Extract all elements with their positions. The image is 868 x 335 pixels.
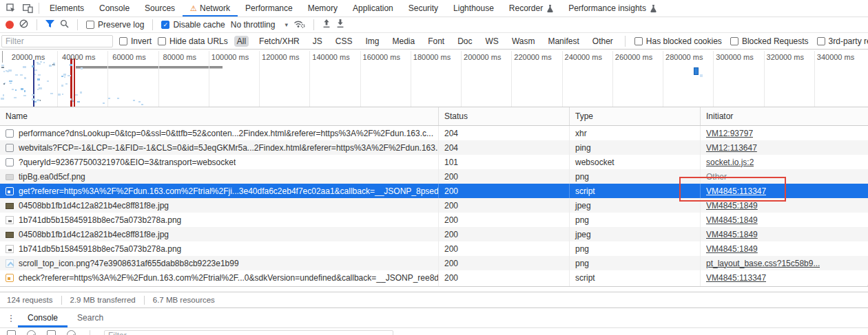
filter-type-ws[interactable]: WS [483, 36, 502, 47]
initiator-link[interactable]: socket.io.js:2 [706, 158, 754, 167]
search-icon[interactable] [60, 19, 69, 30]
table-row[interactable]: 04508bb1fb1d4c12a821b4ec8ff81f8e.jpg200j… [0, 198, 868, 213]
hide-data-urls-checkbox[interactable]: Hide data URLs [158, 36, 228, 46]
initiator-link[interactable]: VM4845:1849 [706, 244, 758, 254]
table-row[interactable]: scroll_top_icon.png?47e3908631af655dab8b… [0, 256, 868, 270]
filter-type-fetch-xhr[interactable]: Fetch/XHR [256, 36, 302, 47]
request-mark [1, 67, 4, 68]
initiator-link[interactable]: VM4845:1849 [706, 201, 758, 210]
tab-console[interactable]: Console [92, 0, 137, 17]
tab-memory[interactable]: Memory [300, 0, 345, 17]
table-row[interactable]: 1b741db5b15845918b8ec75a073b278a.png200p… [0, 213, 868, 227]
initiator-link[interactable]: VM4845:1849 [706, 215, 758, 225]
panel-resizer[interactable] [0, 287, 868, 292]
filter-funnel-icon[interactable] [45, 20, 54, 30]
checkbox-unchecked [119, 37, 127, 45]
network-conditions-icon[interactable] [293, 19, 305, 30]
table-row[interactable]: performance?dnsLookup=0&tcp=0&ssl=0&ttfb… [0, 126, 868, 140]
request-mark [37, 78, 40, 80]
request-type: script [570, 270, 701, 285]
network-overview[interactable]: 20000 ms40000 ms60000 ms80000 ms100000 m… [0, 50, 868, 107]
tab-elements[interactable]: Elements [42, 0, 92, 17]
filter-type-other[interactable]: Other [590, 36, 616, 47]
console-context-selector-icon[interactable] [47, 330, 56, 335]
network-filter-bar: Invert Hide data URLs AllFetch/XHRJSCSSI… [0, 33, 868, 50]
request-name-cell: webvitals?FCP=-1&LCP=-1&FID=-1&CLS=0&id=… [0, 140, 439, 155]
filter-type-js[interactable]: JS [310, 36, 325, 47]
table-row[interactable]: 1b741db5b15845918b8ec75a073b278a.png200p… [0, 241, 868, 256]
import-har-icon[interactable] [322, 19, 331, 30]
initiator-link[interactable]: VM12:93797 [706, 129, 753, 138]
record-network-log-icon[interactable] [6, 21, 14, 29]
column-header-type[interactable]: Type [570, 107, 701, 125]
tab-security[interactable]: Security [401, 0, 446, 17]
filter-type-wasm[interactable]: Wasm [509, 36, 538, 47]
tab-label: Elements [50, 3, 84, 13]
filter-type-doc[interactable]: Doc [455, 36, 475, 47]
disable-cache-checkbox[interactable]: ✓ Disable cache [161, 20, 225, 30]
request-type: png [570, 256, 701, 270]
tab-performance[interactable]: Performance [238, 0, 300, 17]
export-har-icon[interactable] [336, 19, 344, 30]
console-settings-icon[interactable] [67, 330, 76, 335]
initiator-link[interactable]: pt_layout_base.css?15c58b9... [706, 259, 820, 268]
throttling-dropdown[interactable]: No throttling ▾ [231, 20, 288, 30]
ruler-label: 240000 ms [565, 53, 602, 61]
table-row[interactable]: check?referer=https%3A%2F%2Fdun.163.com%… [0, 270, 868, 285]
table-row[interactable]: webvitals?FCP=-1&LCP=-1&FID=-1&CLS=0&id=… [0, 140, 868, 155]
request-status: 200 [439, 198, 570, 213]
request-name-cell: 04508bb1fb1d4c12a821b4ec8ff81f8e.jpg [0, 227, 439, 241]
initiator-link[interactable]: VM4845:113347 [706, 273, 766, 283]
clear-network-log-icon[interactable] [19, 19, 28, 30]
initiator-link[interactable]: VM4845:113347 [706, 186, 766, 196]
request-mark [103, 102, 105, 104]
console-filter-input[interactable]: Filter [104, 330, 393, 335]
request-name: tipBg.ea0d5cf.png [19, 172, 85, 182]
tab-application[interactable]: Application [345, 0, 401, 17]
request-type: jpeg [570, 227, 701, 241]
timeline-gridline [663, 51, 663, 107]
initiator-link[interactable]: VM12:113647 [706, 143, 757, 153]
has-blocked-cookies-checkbox[interactable]: Has blocked cookies [634, 36, 722, 46]
kebab-menu-icon[interactable]: ⋮ [4, 313, 18, 323]
clear-console-icon[interactable] [27, 330, 36, 335]
column-header-initiator[interactable]: Initiator [701, 107, 868, 125]
tab-network[interactable]: ⚠Network [183, 0, 238, 17]
filter-type-manifest[interactable]: Manifest [545, 36, 581, 47]
filter-type-img[interactable]: Img [362, 36, 382, 47]
tab-performance-insights[interactable]: Performance insights [561, 0, 664, 17]
request-mark [37, 63, 41, 65]
filter-type-css[interactable]: CSS [333, 36, 355, 47]
initiator-link[interactable]: VM4845:1849 [706, 230, 758, 239]
console-sidebar-icon[interactable] [7, 330, 16, 335]
column-header-name[interactable]: Name [0, 107, 439, 125]
3rd-party-requests-checkbox[interactable]: 3rd-party requests [817, 36, 868, 46]
device-toolbar-icon[interactable] [19, 0, 36, 17]
table-row[interactable]: ?queryId=923677500321970&EIO=3&transport… [0, 155, 868, 169]
table-row[interactable]: 04508bb1fb1d4c12a821b4ec8ff81f8e.jpg200j… [0, 227, 868, 241]
preserve-log-checkbox[interactable]: Preserve log [86, 20, 144, 30]
request-mark [108, 98, 110, 99]
request-mark [14, 97, 17, 98]
drawer-tab-console[interactable]: Console [18, 308, 68, 327]
table-row[interactable]: get?referer=https%3A%2F%2Fdun.163.com%2F… [0, 184, 868, 198]
filter-input[interactable] [1, 35, 113, 47]
drawer-tab-search[interactable]: Search [68, 308, 113, 327]
invert-checkbox[interactable]: Invert [119, 36, 152, 46]
filter-type-font[interactable]: Font [425, 36, 447, 47]
request-mark [32, 94, 35, 96]
inspect-icon[interactable] [3, 0, 19, 17]
tab-sources[interactable]: Sources [137, 0, 183, 17]
column-header-status[interactable]: Status [439, 107, 570, 125]
disable-cache-label: Disable cache [173, 20, 225, 30]
image-file-icon [6, 216, 14, 224]
tab-lighthouse[interactable]: Lighthouse [446, 0, 502, 17]
request-name: performance?dnsLookup=0&tcp=0&ssl=0&ttfb… [19, 129, 433, 138]
filter-type-media[interactable]: Media [389, 36, 417, 47]
request-mark [21, 88, 23, 90]
tab-recorder[interactable]: Recorder [502, 0, 561, 17]
blocked-requests-checkbox[interactable]: Blocked Requests [730, 36, 809, 46]
table-row[interactable]: tipBg.ea0d5cf.png200pngOther [0, 169, 868, 184]
filter-type-all[interactable]: All [234, 36, 249, 47]
request-name-cell: 04508bb1fb1d4c12a821b4ec8ff81f8e.jpg [0, 198, 439, 213]
